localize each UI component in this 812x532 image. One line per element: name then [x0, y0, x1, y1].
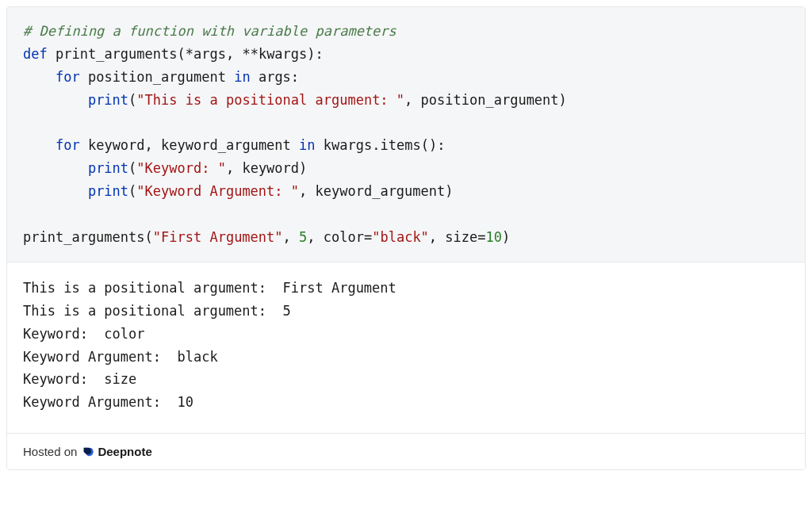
- builtin-print: print: [88, 160, 128, 176]
- equals: =: [477, 229, 485, 245]
- output-line: Keyword: size: [23, 371, 136, 387]
- paren: ): [299, 160, 307, 176]
- var-keyword: keyword: [88, 137, 145, 153]
- indent: [23, 183, 88, 199]
- indent: [23, 92, 88, 108]
- var-position: position_argument: [88, 69, 226, 85]
- arg-ref: keyword_argument: [316, 183, 446, 199]
- output-line: Keyword: color: [23, 326, 145, 342]
- indent: [23, 137, 56, 153]
- deepnote-brand-text: Deepnote: [98, 445, 151, 458]
- call-func: print_arguments: [23, 229, 145, 245]
- arg-ref: keyword: [242, 160, 299, 176]
- hosted-on-text: Hosted on: [23, 445, 77, 458]
- arg-ref: position_argument: [421, 92, 559, 108]
- string-literal: "black": [372, 229, 429, 245]
- paren: ): [445, 183, 453, 199]
- comma: ,: [145, 137, 161, 153]
- output-line: This is a positional argument: 5: [23, 303, 291, 319]
- paren: (: [145, 229, 153, 245]
- iter-kwargs: kwargs: [324, 137, 372, 153]
- sig-mid: , **: [226, 46, 259, 62]
- keyword-in: in: [234, 69, 250, 85]
- comma: ,: [307, 229, 323, 245]
- paren: ): [502, 229, 510, 245]
- iter-args: args: [259, 69, 291, 85]
- method-items: .items(): [372, 137, 437, 153]
- output-line: Keyword Argument: 10: [23, 394, 193, 410]
- string-literal: "First Argument": [153, 229, 283, 245]
- code-comment: # Defining a function with variable para…: [23, 23, 396, 39]
- comma: ,: [299, 183, 315, 199]
- deepnote-icon: [82, 446, 94, 458]
- param-args: args: [193, 46, 226, 62]
- string-literal: "Keyword Argument: ": [136, 183, 299, 199]
- indent: [23, 160, 88, 176]
- function-name: print_arguments: [56, 46, 178, 62]
- keyword-for: for: [56, 69, 80, 85]
- sig-open: (*: [178, 46, 193, 62]
- equals: =: [364, 229, 372, 245]
- builtin-print: print: [88, 183, 128, 199]
- param-kwargs: kwargs: [259, 46, 307, 62]
- output-cell: This is a positional argument: First Arg…: [7, 262, 805, 433]
- keyword-for: for: [56, 137, 80, 153]
- code-cell[interactable]: # Defining a function with variable para…: [7, 7, 805, 262]
- string-literal: "This is a positional argument: ": [136, 92, 404, 108]
- paren: (: [128, 92, 136, 108]
- keyword-def: def: [23, 46, 48, 62]
- string-literal: "Keyword: ": [136, 160, 226, 176]
- number-literal: 10: [486, 229, 502, 245]
- kw-name: color: [324, 229, 364, 245]
- comma: ,: [226, 160, 242, 176]
- paren: (: [128, 183, 136, 199]
- builtin-print: print: [88, 92, 128, 108]
- number-literal: 5: [299, 229, 307, 245]
- colon: :: [291, 69, 299, 85]
- output-line: Keyword Argument: black: [23, 349, 218, 365]
- keyword-in: in: [299, 137, 315, 153]
- comma: ,: [283, 229, 299, 245]
- output-line: This is a positional argument: First Arg…: [23, 280, 396, 296]
- deepnote-link[interactable]: Deepnote: [82, 445, 151, 458]
- indent: [23, 69, 56, 85]
- paren: ): [559, 92, 567, 108]
- var-kwarg: keyword_argument: [161, 137, 291, 153]
- comma: ,: [404, 92, 420, 108]
- paren: (: [128, 160, 136, 176]
- kw-name: size: [445, 229, 477, 245]
- footer: Hosted on Deepnote: [7, 433, 805, 469]
- notebook-container: # Defining a function with variable para…: [6, 6, 806, 470]
- colon: :: [437, 137, 445, 153]
- sig-close: ):: [307, 46, 323, 62]
- comma: ,: [429, 229, 445, 245]
